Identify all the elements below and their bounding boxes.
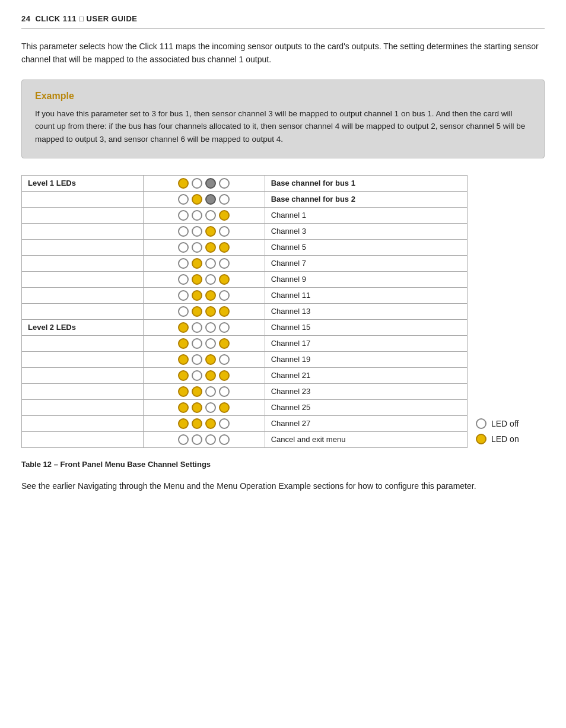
led-circle-icon (205, 178, 216, 189)
led-circle-icon (178, 386, 189, 397)
led-circle-icon (178, 338, 189, 349)
led-circle-icon (178, 290, 189, 301)
title: CLICK 111 □ USER GUIDE (35, 14, 137, 23)
row-label (22, 271, 144, 287)
led-circle-icon (192, 322, 202, 333)
led-cell (143, 303, 265, 319)
led-circle-icon (178, 210, 189, 221)
led-circle-icon (192, 242, 202, 253)
led-circle-icon (192, 178, 202, 189)
led-table: Level 1 LEDsBase channel for bus 1Base c… (21, 175, 468, 448)
led-cell (143, 255, 265, 271)
led-circle-icon (205, 226, 216, 237)
led-circle-icon (192, 370, 202, 381)
channel-label: Base channel for bus 2 (265, 191, 467, 207)
led-cell (143, 335, 265, 351)
channel-label: Channel 7 (265, 255, 467, 271)
led-cell (143, 383, 265, 399)
channel-label: Channel 15 (265, 319, 467, 335)
led-circle-icon (192, 386, 202, 397)
legend-led-off-icon (476, 418, 486, 429)
led-circle-icon (205, 306, 216, 317)
led-circle-icon (219, 178, 230, 189)
led-circle-icon (178, 242, 189, 253)
led-cell (143, 239, 265, 255)
legend-area: LED off LED on (468, 175, 545, 454)
led-circle-icon (219, 322, 230, 333)
legend-led-on-icon (476, 434, 486, 444)
legend-off-label: LED off (491, 419, 519, 428)
led-circle-icon (219, 306, 230, 317)
channel-label: Cancel and exit menu (265, 431, 467, 447)
led-circle-icon (178, 418, 189, 429)
row-label: Level 2 LEDs (22, 319, 144, 335)
footer-text: See the earlier Navigating through the M… (21, 479, 545, 492)
row-label (22, 399, 144, 415)
led-cell (143, 191, 265, 207)
led-circle-icon (192, 194, 202, 205)
led-circle-icon (205, 354, 216, 365)
led-circle-icon (205, 274, 216, 285)
led-circle-icon (192, 338, 202, 349)
led-cell (143, 287, 265, 303)
channel-label: Channel 27 (265, 415, 467, 431)
row-label (22, 431, 144, 447)
led-cell (143, 415, 265, 431)
led-cell (143, 431, 265, 447)
led-circle-icon (178, 434, 189, 445)
led-circle-icon (205, 402, 216, 413)
led-circle-icon (205, 194, 216, 205)
channel-label: Channel 9 (265, 271, 467, 287)
led-cell (143, 271, 265, 287)
led-circle-icon (178, 370, 189, 381)
led-cell (143, 175, 265, 191)
led-circle-icon (219, 402, 230, 413)
channel-label: Base channel for bus 1 (265, 175, 467, 191)
led-circle-icon (178, 258, 189, 269)
led-circle-icon (178, 226, 189, 237)
led-circle-icon (205, 242, 216, 253)
intro-text: This parameter selects how the Click 111… (21, 40, 545, 66)
led-circle-icon (219, 354, 230, 365)
row-label (22, 415, 144, 431)
led-circle-icon (205, 322, 216, 333)
led-cell (143, 399, 265, 415)
led-circle-icon (192, 226, 202, 237)
led-circle-icon (219, 194, 230, 205)
led-circle-icon (192, 258, 202, 269)
row-label (22, 351, 144, 367)
table-caption: Table 12 – Front Panel Menu Base Channel… (21, 460, 545, 469)
channel-label: Channel 1 (265, 207, 467, 223)
led-circle-icon (219, 258, 230, 269)
example-body: If you have this parameter set to 3 for … (35, 107, 531, 146)
led-circle-icon (219, 274, 230, 285)
led-circle-icon (219, 418, 230, 429)
row-label (22, 383, 144, 399)
row-label (22, 239, 144, 255)
led-circle-icon (205, 290, 216, 301)
led-circle-icon (219, 370, 230, 381)
led-circle-icon (205, 258, 216, 269)
led-circle-icon (192, 434, 202, 445)
led-circle-icon (205, 418, 216, 429)
led-circle-icon (178, 274, 189, 285)
led-circle-icon (219, 386, 230, 397)
led-circle-icon (178, 306, 189, 317)
led-circle-icon (219, 226, 230, 237)
led-cell (143, 223, 265, 239)
row-label (22, 367, 144, 383)
channel-label: Channel 23 (265, 383, 467, 399)
led-circle-icon (205, 434, 216, 445)
row-label (22, 223, 144, 239)
channel-label: Channel 3 (265, 223, 467, 239)
example-box: Example If you have this parameter set t… (21, 80, 545, 158)
led-circle-icon (219, 434, 230, 445)
led-circle-icon (192, 274, 202, 285)
led-circle-icon (192, 402, 202, 413)
led-circle-icon (205, 338, 216, 349)
page-number: 24 (21, 14, 30, 23)
led-circle-icon (178, 354, 189, 365)
led-cell (143, 351, 265, 367)
led-circle-icon (178, 178, 189, 189)
channel-label: Channel 21 (265, 367, 467, 383)
